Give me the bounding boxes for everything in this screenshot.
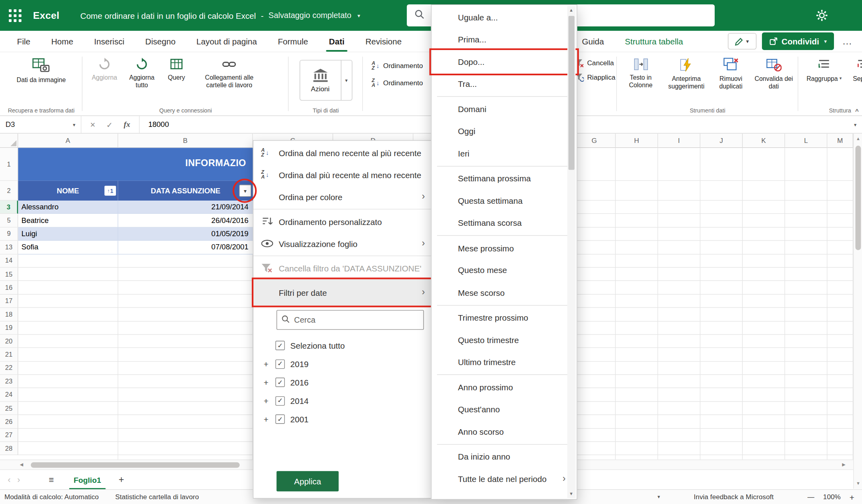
apply-button[interactable]: Applica — [277, 471, 339, 492]
scroll-left-icon[interactable]: ◀ — [20, 462, 23, 467]
scroll-right-icon[interactable]: ▶ — [842, 462, 845, 467]
ribbon-tab[interactable]: File — [6, 31, 40, 52]
ribbon-tab[interactable]: Revisione — [355, 31, 412, 52]
vertical-scrollbar[interactable]: ▲ ▼ — [853, 134, 862, 489]
menu-item-sort-by-color[interactable]: Ordina per colore › — [253, 186, 432, 208]
checkbox-checked-icon[interactable]: ✓ — [275, 415, 285, 424]
ribbon-tab[interactable]: Dati — [319, 31, 355, 52]
sort-ascending-button[interactable]: AZ↓ Ordinamento — [372, 61, 423, 71]
column-header[interactable]: H — [616, 134, 658, 148]
menu-item-sheet-view[interactable]: Visualizzazione foglio › — [253, 233, 432, 255]
app-launcher-icon[interactable] — [6, 6, 24, 25]
row-header[interactable]: 26 — [0, 415, 18, 428]
formula-input[interactable]: 18000 — [139, 120, 169, 129]
workbook-links-button[interactable]: Collegamenti alle cartelle di lavoro — [193, 56, 266, 90]
submenu-item[interactable]: Settimana scorsa › — [432, 212, 577, 234]
row-header[interactable]: 23 — [0, 375, 18, 388]
submenu-item[interactable]: › — [432, 443, 577, 446]
submenu-scroll-thumb[interactable] — [569, 16, 575, 170]
row-header[interactable]: 22 — [0, 361, 18, 375]
cancel-entry-icon[interactable]: × — [90, 120, 95, 130]
submenu-item[interactable]: Mese scorso › — [432, 281, 577, 304]
submenu-item[interactable]: › — [432, 165, 577, 167]
row-header[interactable]: 17 — [0, 295, 18, 308]
filter-year-row[interactable]: + ✓ 2014 — [262, 392, 432, 410]
settings-gear-icon[interactable] — [816, 9, 828, 24]
share-button[interactable]: Condividi ▾ — [762, 32, 834, 50]
zoom-level[interactable]: 100% — [823, 493, 841, 501]
cell-name[interactable]: Beatrice — [18, 214, 118, 227]
select-all-row[interactable]: ✓ Seleziona tutto — [262, 336, 432, 355]
row-header[interactable]: 24 — [0, 388, 18, 402]
sheet-tab-foglio1[interactable]: Foglio1 — [67, 470, 108, 489]
scroll-down-icon[interactable]: ▼ — [569, 491, 573, 496]
row-header[interactable]: 19 — [0, 321, 18, 335]
row-header[interactable]: 21 — [0, 348, 18, 361]
clear-filter-button[interactable]: Cancella — [575, 59, 614, 68]
submenu-item[interactable]: Tra... › — [432, 73, 577, 95]
group-button[interactable]: Raggruppa▾ — [806, 56, 842, 84]
remove-duplicates-button[interactable]: Rimuovi duplicati — [711, 56, 751, 92]
ribbon-tab[interactable]: Home — [41, 31, 84, 52]
text-to-columns-button[interactable]: Testo in Colonne — [620, 56, 661, 90]
submenu-item[interactable]: Trimestre prossimo › — [432, 306, 577, 329]
refresh-button[interactable]: Aggiorna — [88, 56, 121, 82]
row-header[interactable]: 27 — [0, 429, 18, 442]
data-from-picture-button[interactable]: Dati da immagine — [15, 56, 67, 85]
column-header[interactable]: B — [118, 134, 253, 148]
select-all-corner[interactable] — [0, 134, 18, 148]
submenu-item[interactable]: Oggi › — [432, 120, 577, 143]
zoom-in-icon[interactable]: + — [850, 492, 854, 502]
submenu-item[interactable]: Anno scorso › — [432, 420, 577, 443]
row-header[interactable]: 2 — [0, 181, 18, 201]
row-header[interactable]: 20 — [0, 335, 18, 348]
stocks-actions-button[interactable]: Azioni ▾ — [299, 60, 352, 101]
expand-plus-icon[interactable]: + — [262, 359, 270, 369]
ribbon-tab[interactable]: Layout di pagina — [186, 31, 267, 52]
submenu-item[interactable]: Da inizio anno › — [432, 446, 577, 468]
menu-item-sort-newest-oldest[interactable]: ZA↓ Ordina dal più recente al meno recen… — [253, 164, 432, 186]
column-header[interactable]: J — [700, 134, 743, 148]
submenu-item[interactable]: Anno prossimo › — [432, 376, 577, 398]
chevron-down-icon[interactable]: ▾ — [341, 60, 352, 100]
cell-name[interactable]: Alessandro — [18, 201, 118, 213]
filter-search-input[interactable] — [294, 315, 419, 324]
menu-item-custom-sort[interactable]: Ordinamento personalizzato — [253, 211, 432, 233]
confirm-entry-icon[interactable]: ✓ — [106, 120, 113, 129]
submenu-item[interactable]: Questo trimestre › — [432, 329, 577, 351]
submenu-item[interactable]: Questa settimana › — [432, 190, 577, 212]
flash-fill-button[interactable]: Anteprima suggerimenti — [663, 56, 709, 92]
submenu-item[interactable]: › — [432, 373, 577, 376]
vertical-scroll-thumb[interactable] — [856, 146, 861, 250]
insert-function-icon[interactable]: fx — [124, 120, 130, 129]
collapse-ribbon-icon[interactable]: ^ — [855, 108, 859, 114]
row-header[interactable]: 3 — [0, 201, 18, 214]
chevron-down-icon[interactable]: ▾ — [358, 12, 360, 18]
filter-year-row[interactable]: + ✓ 2019 — [262, 355, 432, 373]
status-dropdown-chevron-icon[interactable]: ▾ — [657, 494, 660, 500]
submenu-item[interactable]: Ultimo trimestre › — [432, 351, 577, 373]
header-cell-data-assunzione[interactable]: DATA ASSUNZIONE ▾ — [118, 181, 253, 201]
filter-dropdown-button[interactable]: ▾ — [239, 185, 251, 197]
next-sheet-icon[interactable]: › — [14, 475, 24, 485]
refresh-all-button[interactable]: Aggiorna tutto — [123, 56, 161, 90]
expand-plus-icon[interactable]: + — [262, 378, 270, 387]
ribbon-tab[interactable]: Inserisci — [84, 31, 135, 52]
ribbon-tab[interactable]: Struttura tabella — [615, 31, 694, 52]
filter-year-row[interactable]: + ✓ 2001 — [262, 410, 432, 428]
cell-name[interactable]: Sofia — [18, 241, 118, 254]
workbook-statistics-button[interactable]: Statistiche cartella di lavoro — [115, 493, 199, 501]
sort-indicator-badge[interactable]: ↑ 1 — [104, 186, 116, 196]
reapply-filter-button[interactable]: Riapplica — [575, 73, 615, 82]
checkbox-checked-icon[interactable]: ✓ — [275, 396, 285, 406]
row-header[interactable]: 13 — [0, 241, 18, 254]
row-header[interactable]: 5 — [0, 214, 18, 227]
data-validation-button[interactable]: Convalida dei dati — [752, 56, 795, 92]
row-header[interactable]: 16 — [0, 281, 18, 294]
row-header[interactable]: 1 — [0, 148, 18, 181]
menu-item-sort-oldest-newest[interactable]: AZ↓ Ordina dal meno recente al più recen… — [253, 142, 432, 164]
submenu-item[interactable]: Questo mese › — [432, 259, 577, 281]
submenu-item[interactable]: Domani › — [432, 98, 577, 120]
column-header[interactable]: L — [785, 134, 828, 148]
row-header[interactable]: 14 — [0, 254, 18, 267]
